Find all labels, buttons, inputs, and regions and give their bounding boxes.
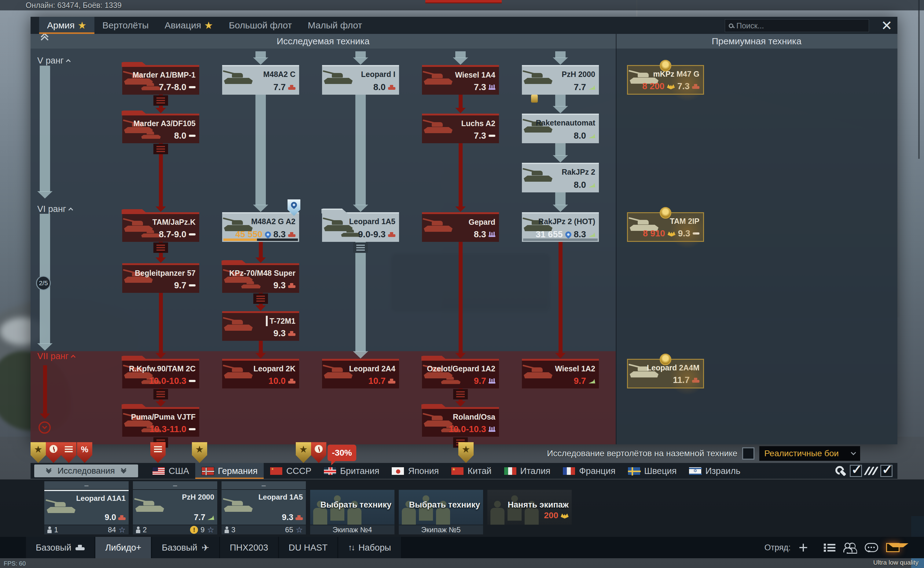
crew-slot-3[interactable]: –Leopard 1A59.3365☆ [222, 481, 306, 535]
rank-label-vii[interactable]: VII ранг [37, 351, 75, 361]
nation-tab-us[interactable]: США [146, 463, 195, 479]
tab-армия[interactable]: Армия★ [39, 17, 94, 34]
empty-crew-slot[interactable]: Выбрать технику [310, 490, 395, 525]
warning-icon: ! [190, 526, 198, 534]
vehicle-cell[interactable]: mKPz M47 G8 2007.3 [627, 65, 704, 95]
vehicle-cell[interactable]: Leopard I8.0 [322, 65, 399, 95]
nation-tab-de[interactable]: Германия [195, 463, 264, 479]
folder-expand-button[interactable] [153, 144, 168, 154]
slot-order-strip[interactable]: – [44, 481, 129, 489]
tab-вертолёты[interactable]: Вертолёты [94, 17, 157, 34]
slot-vehicle[interactable]: PzH 20007.7 [133, 490, 217, 525]
squad-add-button[interactable]: + [799, 540, 808, 555]
vehicle-cell[interactable]: TAM/JaPz.K8.7-9.0 [122, 212, 199, 242]
battle-tasks-icon[interactable] [824, 543, 835, 552]
hire-crew-slot[interactable]: Нанять экипаж200 [487, 490, 572, 525]
nation-tab-se[interactable]: Швеция [622, 463, 683, 479]
vehicle-cell[interactable]: Begleitpanzer 579.7 [122, 263, 199, 293]
arrow-head [353, 205, 368, 212]
crew-slot-4[interactable]: Выбрать техникуЭкипаж №4 [310, 481, 395, 535]
tab-авиация[interactable]: Авиация★ [157, 17, 221, 34]
folder-expand-button[interactable] [153, 95, 168, 106]
repair-checkbox[interactable] [850, 465, 862, 477]
vehicle-cell[interactable]: Gepard8.3 [422, 212, 499, 242]
slot-order-strip[interactable]: – [133, 481, 217, 489]
vehicle-cell[interactable]: Leopard 2K10.0 [222, 359, 299, 388]
game-mode-dropdown[interactable]: Реалистичные бои [759, 446, 860, 461]
slot-crew-footer: 184☆ [44, 525, 129, 535]
nation-tab-il[interactable]: Израиль [683, 463, 747, 479]
close-button[interactable]: ✕ [878, 18, 895, 33]
empty-crew-slot[interactable]: Выбрать технику [399, 490, 483, 525]
vehicle-cell[interactable]: Ozelot/Gepard 1A29.7 [422, 359, 499, 388]
preset-tab[interactable]: Либидо+ [95, 537, 151, 558]
tab-большой флот[interactable]: Большой флот [221, 17, 300, 34]
chevron-up-icon [68, 208, 73, 213]
vehicle-cell[interactable]: Leopard 2A410.7 [322, 359, 399, 388]
vehicle-cell[interactable]: Luchs A27.3 [422, 113, 499, 143]
vehicle-silhouette [524, 71, 552, 85]
friends-icon[interactable] [843, 543, 857, 553]
vehicle-cell[interactable]: TAM 2IP8 9109.3 [627, 212, 704, 242]
nation-tab-cn[interactable]: Китай [445, 463, 498, 479]
crew-slot-5[interactable]: Выбрать техникуЭкипаж №5 [399, 481, 483, 535]
rank-label-v[interactable]: V ранг [37, 56, 70, 66]
vehicle-cell[interactable]: RakJPz 28.0 [522, 163, 599, 192]
rank-label-vi[interactable]: VI ранг [37, 204, 73, 214]
tank-class-icon [692, 378, 699, 383]
folder-expand-button[interactable] [453, 389, 468, 399]
nation-tab-uk[interactable]: Британия [318, 463, 385, 479]
vehicle-cell[interactable]: M48A2 G A245 5508.3 [222, 212, 299, 242]
nation-tab-ussr[interactable]: СССР [264, 463, 318, 479]
nation-tab-fr[interactable]: Франция [557, 463, 622, 479]
crew-slot-1[interactable]: –Leopard A1A19.0184☆ [44, 481, 129, 535]
discount-badge[interactable]: -30% [328, 445, 356, 461]
vehicle-cell[interactable]: T-72M19.3 [222, 311, 299, 341]
spg-class-icon [588, 379, 595, 384]
vehicle-cell[interactable]: Puma/Puma VJTF10.3-11.0 [122, 407, 199, 437]
crew-level-group: 84☆ [108, 525, 126, 535]
crew-slot-2[interactable]: –PzH 20007.72!9☆ [133, 481, 217, 535]
vehicle-br-row: 11.7 [673, 375, 699, 385]
preset-tab[interactable]: DU HAST [279, 537, 337, 558]
arrow-head [156, 108, 166, 113]
research-mode-button[interactable]: Исследования [34, 464, 138, 477]
vehicle-cell[interactable]: KPz-70/M48 Super9.3 [222, 263, 299, 293]
vehicle-cell[interactable]: Leopard 1A59.0-9.3 [322, 212, 399, 242]
heli-research-checkbox[interactable] [742, 447, 755, 459]
preset-tab[interactable]: ПНХ2003 [220, 537, 278, 558]
vehicle-cell[interactable]: Marder A1/BMP-17.7-8.0 [122, 65, 199, 95]
preset-tab[interactable]: Базовый✈ [152, 537, 219, 558]
slot-vehicle[interactable]: Leopard 1A59.3 [222, 490, 306, 525]
slot-vehicle[interactable]: Leopard A1A19.0 [44, 490, 129, 525]
vehicle-cell[interactable]: Wiesel 1A47.3 [422, 65, 499, 95]
vehicle-cell[interactable]: Wiesel 1A29.7 [522, 359, 599, 388]
preset-tab[interactable]: ↑↓Наборы [338, 537, 401, 558]
folder-expand-button[interactable] [153, 242, 168, 253]
arrow-line [355, 95, 366, 205]
vehicle-cell[interactable]: M48A2 C7.7 [222, 65, 299, 95]
search-input[interactable]: Поиск... [725, 19, 869, 32]
slot-order-strip[interactable]: – [222, 481, 306, 489]
vehicle-cell[interactable]: Leopard 2A4M11.7 [627, 359, 704, 388]
premium-column-header: Премиумная техника [616, 34, 897, 48]
collapse-tree-button[interactable] [38, 36, 51, 46]
crew-slot-6[interactable]: Нанять экипаж200 [487, 481, 572, 535]
tab-малый флот[interactable]: Малый флот [300, 17, 370, 34]
nation-tab-jp[interactable]: Япония [385, 463, 445, 479]
folder-expand-button[interactable] [153, 389, 168, 399]
vehicle-cell[interactable]: Marder A3/DF1058.0 [122, 113, 199, 143]
preset-tab[interactable]: Базовый [26, 537, 94, 558]
folder-expand-button[interactable] [253, 293, 268, 304]
vehicle-cell[interactable]: R.Kpfw.90/TAM 2C10.0-10.3 [122, 359, 199, 388]
mail-icon[interactable] [886, 543, 900, 552]
chat-icon[interactable] [865, 543, 878, 552]
folder-expand-button[interactable] [353, 242, 368, 253]
ammo-checkbox[interactable] [880, 465, 892, 477]
vehicle-cell[interactable]: Raketenautomat8.0 [522, 113, 599, 143]
vehicle-cell[interactable]: PzH 20007.7 [522, 65, 599, 95]
person-silhouette [508, 495, 522, 525]
nation-tab-it[interactable]: Италия [498, 463, 557, 479]
vehicle-cell[interactable]: Roland/Osa10.0-10.3 [422, 407, 499, 437]
vehicle-cell[interactable]: RakJPz 2 (HOT)31 6558.3 [522, 212, 599, 242]
